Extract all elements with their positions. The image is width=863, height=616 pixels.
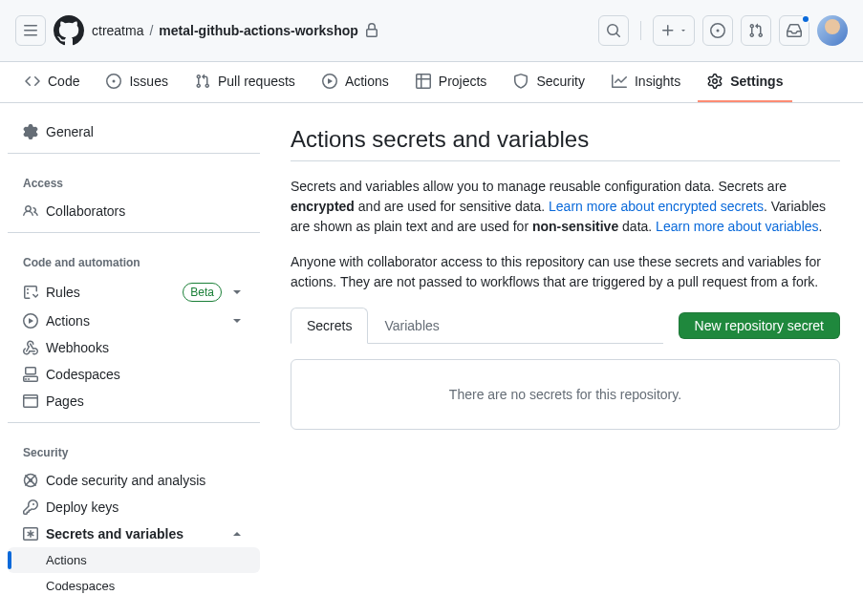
beta-badge: Beta — [183, 283, 222, 302]
divider — [640, 21, 641, 40]
tab-actions[interactable]: Actions — [313, 62, 399, 102]
sidebar-item-collaborators[interactable]: Collaborators — [8, 198, 260, 224]
notification-dot-icon — [801, 14, 810, 24]
sidebar-item-label: Deploy keys — [46, 499, 245, 515]
sidebar-item-label: Actions — [46, 553, 245, 567]
graph-icon — [612, 74, 627, 89]
webhook-icon — [23, 340, 38, 355]
git-pull-request-icon — [748, 23, 764, 38]
gear-icon — [707, 74, 723, 89]
global-header: ctreatma / metal-github-actions-workshop — [0, 0, 863, 62]
tab-issues[interactable]: Issues — [97, 62, 177, 102]
caret-down-icon — [680, 27, 687, 34]
codespaces-icon — [23, 367, 38, 382]
breadcrumb-repo[interactable]: metal-github-actions-workshop — [159, 23, 357, 38]
browser-icon — [23, 393, 38, 409]
tab-security[interactable]: Security — [504, 62, 594, 102]
tab-row: Secrets Variables New repository secret — [291, 308, 840, 344]
header-actions — [598, 15, 848, 46]
plus-icon — [660, 23, 676, 38]
scan-icon — [23, 473, 38, 488]
sidebar-item-deploy-keys[interactable]: Deploy keys — [8, 494, 260, 520]
inbox-icon — [787, 23, 802, 38]
svg-point-1 — [29, 478, 32, 482]
sidebar-item-rules[interactable]: Rules Beta — [8, 277, 260, 308]
breadcrumb-owner[interactable]: ctreatma — [92, 23, 143, 38]
sidebar-item-general[interactable]: General — [8, 118, 260, 145]
people-icon — [23, 203, 38, 219]
hamburger-menu[interactable] — [15, 15, 46, 46]
tab-label: Issues — [129, 74, 167, 89]
sidebar-subitem-actions[interactable]: Actions — [8, 547, 260, 573]
create-menu[interactable] — [653, 15, 695, 46]
tab-pull-requests[interactable]: Pull requests — [185, 62, 305, 102]
intro-bold: non-sensitive — [532, 219, 618, 234]
link-variables[interactable]: Learn more about variables — [656, 219, 818, 234]
lock-icon — [364, 23, 379, 38]
gear-icon — [23, 124, 38, 139]
sidebar-item-label: General — [46, 124, 245, 139]
link-encrypted-secrets[interactable]: Learn more about encrypted secrets — [549, 199, 764, 214]
chevron-down-icon — [229, 285, 245, 300]
empty-state: There are no secrets for this repository… — [291, 359, 840, 430]
issue-icon — [106, 74, 121, 89]
tab-label: Insights — [635, 74, 680, 89]
sidebar-item-code-security[interactable]: Code security and analysis — [8, 467, 260, 494]
settings-sidebar: General Access Collaborators Code and au… — [0, 103, 268, 614]
sidebar-item-webhooks[interactable]: Webhooks — [8, 334, 260, 361]
breadcrumb: ctreatma / metal-github-actions-workshop — [92, 23, 591, 38]
tab-label: Settings — [730, 74, 783, 89]
intro-text-part: data. — [618, 219, 656, 234]
issues-button[interactable] — [702, 15, 733, 46]
sidebar-item-label: Secrets and variables — [46, 526, 222, 542]
breadcrumb-separator: / — [149, 23, 153, 38]
tab-code[interactable]: Code — [15, 62, 89, 102]
tab-label: Pull requests — [218, 74, 295, 89]
intro-bold: encrypted — [291, 199, 355, 214]
intro-paragraph: Anyone with collaborator access to this … — [291, 252, 840, 292]
search-button[interactable] — [598, 15, 629, 46]
page-title: Actions secrets and variables — [291, 126, 840, 161]
play-icon — [322, 74, 337, 89]
sidebar-item-label: Codespaces — [46, 579, 245, 593]
tab-projects[interactable]: Projects — [406, 62, 497, 102]
new-secret-button[interactable]: New repository secret — [679, 312, 840, 339]
main-content: Actions secrets and variables Secrets an… — [268, 103, 863, 614]
chevron-down-icon — [229, 313, 245, 329]
github-logo[interactable] — [54, 15, 84, 46]
sidebar-item-secrets-variables[interactable]: Secrets and variables — [8, 520, 260, 547]
repo-nav: Code Issues Pull requests Actions Projec… — [0, 62, 863, 103]
chevron-up-icon — [229, 526, 245, 542]
github-mark-icon — [54, 15, 84, 46]
sidebar-subitem-codespaces[interactable]: Codespaces — [8, 573, 260, 599]
inbox-button[interactable] — [779, 15, 809, 46]
key-icon — [23, 499, 38, 515]
intro-text-part: . — [819, 219, 823, 234]
tab-label: Actions — [345, 74, 389, 89]
intro-text-part: and are used for sensitive data. — [355, 199, 549, 214]
sidebar-item-label: Rules — [46, 285, 175, 300]
sidebar-item-actions[interactable]: Actions — [8, 308, 260, 334]
sidebar-item-label: Collaborators — [46, 203, 245, 219]
tab-label: Code — [48, 74, 79, 89]
tab-secrets[interactable]: Secrets — [291, 308, 368, 344]
sidebar-item-label: Webhooks — [46, 340, 245, 355]
sidebar-item-label: Pages — [46, 393, 245, 409]
avatar[interactable] — [817, 15, 848, 46]
sidebar-heading-automation: Code and automation — [8, 241, 260, 277]
tab-settings[interactable]: Settings — [698, 62, 792, 102]
table-icon — [416, 74, 431, 89]
hamburger-icon — [23, 23, 38, 38]
pr-icon — [195, 74, 210, 89]
tab-insights[interactable]: Insights — [602, 62, 690, 102]
pull-requests-button[interactable] — [741, 15, 771, 46]
secret-icon — [23, 526, 38, 542]
sidebar-heading-access: Access — [8, 161, 260, 198]
tab-variables[interactable]: Variables — [368, 308, 455, 344]
sidebar-item-label: Actions — [46, 313, 222, 329]
intro-text: Secrets and variables allow you to manag… — [291, 177, 840, 292]
sidebar-item-codespaces[interactable]: Codespaces — [8, 361, 260, 388]
sidebar-item-label: Code security and analysis — [46, 473, 245, 488]
shield-icon — [513, 74, 529, 89]
sidebar-item-pages[interactable]: Pages — [8, 388, 260, 414]
